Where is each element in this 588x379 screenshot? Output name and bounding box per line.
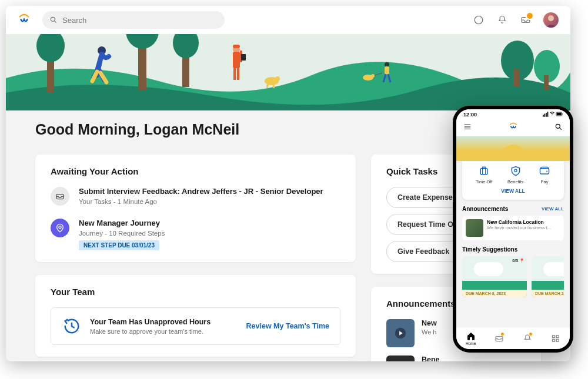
phone-status-bar: 12:00	[456, 109, 570, 120]
search-input[interactable]: Search	[42, 11, 225, 29]
action-title: Submit Interview Feedback: Andrew Jeffer…	[79, 187, 340, 196]
home-icon	[466, 331, 476, 341]
svg-line-1	[55, 21, 56, 23]
nav-home[interactable]: Home	[466, 331, 476, 346]
team-alert: Your Team Has Unapproved Hours Make sure…	[51, 307, 340, 345]
svg-rect-20	[233, 52, 240, 68]
svg-rect-51	[480, 169, 487, 175]
alert-title: Your Team Has Unapproved Hours	[90, 318, 238, 326]
nav-label: Home	[466, 341, 476, 346]
phone-signal-icon	[543, 112, 563, 118]
inbox-badge	[526, 12, 534, 20]
phone-ann-item-sub: We have moved our business t...	[487, 225, 551, 230]
phone-announcement[interactable]: New California Location We have moved ou…	[462, 216, 564, 240]
approve-time-icon	[62, 316, 82, 336]
sugg-due: DUE MARCH 22,	[532, 290, 564, 297]
ann-thumb	[466, 219, 483, 237]
nav-inbox[interactable]	[495, 334, 504, 343]
action-sub: Journey - 10 Required Steps	[79, 230, 340, 237]
phone-hero	[456, 136, 570, 161]
awaiting-title: Awaiting Your Action	[51, 166, 340, 176]
shield-icon	[510, 165, 522, 177]
view-all-link[interactable]: VIEW ALL	[468, 188, 558, 194]
workday-logo-mobile	[509, 122, 518, 134]
alert-sub: Make sure to approve your team's time.	[90, 328, 238, 335]
svg-rect-60	[556, 335, 559, 337]
action-item[interactable]: New Manager Journey Journey - 10 Require…	[51, 219, 340, 250]
search-placeholder: Search	[62, 16, 86, 25]
phone-greeting-card: Good Morning, Logan Time Off Benefits Pa…	[462, 161, 564, 200]
awaiting-action-card: Awaiting Your Action Submit Interview Fe…	[35, 155, 356, 262]
announcement-item[interactable]: Bene Here	[386, 355, 526, 361]
action-item[interactable]: Submit Interview Feedback: Andrew Jeffer…	[51, 187, 340, 206]
inbox-icon[interactable]	[520, 14, 532, 26]
svg-rect-41	[546, 112, 547, 116]
app-label: Benefits	[507, 179, 523, 185]
svg-rect-61	[553, 339, 555, 341]
svg-rect-45	[562, 113, 563, 115]
pay-app[interactable]: Pay	[539, 165, 550, 185]
app-label: Time Off	[476, 179, 492, 185]
svg-rect-42	[547, 112, 549, 117]
svg-point-0	[51, 17, 55, 21]
journey-icon	[51, 219, 69, 237]
suitcase-icon	[478, 165, 490, 177]
menu-icon[interactable]	[463, 123, 472, 133]
svg-rect-62	[556, 339, 559, 341]
video-thumb	[386, 319, 415, 347]
search-icon	[49, 16, 58, 24]
nav-badge	[501, 333, 504, 336]
chat-icon[interactable]	[473, 14, 485, 26]
svg-line-27	[267, 83, 268, 88]
workday-logo[interactable]	[18, 14, 31, 26]
svg-line-28	[273, 83, 274, 88]
svg-rect-19	[233, 45, 240, 48]
phone-ann-title: Announcements	[462, 206, 508, 212]
phone-ann-item-title: New California Location	[487, 219, 551, 225]
search-icon[interactable]	[554, 123, 563, 133]
benefits-app[interactable]: Benefits	[507, 165, 523, 185]
svg-rect-22	[237, 67, 239, 80]
svg-point-4	[548, 15, 554, 21]
svg-rect-21	[233, 67, 236, 80]
action-sub: Your Tasks - 1 Minute Ago	[79, 198, 340, 205]
svg-rect-59	[553, 335, 555, 337]
time-off-app[interactable]: Time Off	[476, 165, 492, 185]
svg-rect-30	[385, 66, 389, 75]
phone-top-bar	[456, 120, 570, 136]
svg-rect-44	[557, 112, 562, 115]
suggestion-card[interactable]: DUE MARCH 22,	[532, 256, 564, 297]
notifications-icon[interactable]	[496, 14, 508, 26]
hero-banner	[6, 34, 570, 110]
svg-rect-56	[540, 169, 549, 174]
user-avatar[interactable]	[543, 12, 559, 28]
mobile-preview: 12:00 Good Morning, Logan Time Off	[453, 106, 573, 353]
review-time-link[interactable]: Review My Team's Time	[246, 322, 329, 330]
nav-badge	[529, 333, 532, 336]
svg-rect-40	[544, 113, 546, 116]
nav-apps[interactable]	[551, 334, 560, 343]
wallet-icon	[539, 165, 550, 177]
svg-point-29	[385, 62, 389, 67]
nav-notifications[interactable]	[523, 334, 532, 343]
svg-rect-52	[483, 167, 486, 169]
svg-rect-39	[543, 115, 544, 116]
sugg-progress: 0/3 📍	[512, 259, 524, 263]
svg-point-2	[475, 16, 483, 24]
phone-ann-viewall[interactable]: VIEW ALL	[542, 206, 564, 212]
phone-time: 12:00	[463, 112, 477, 118]
grid-icon	[551, 334, 560, 343]
svg-point-57	[546, 170, 547, 172]
svg-point-37	[59, 226, 61, 229]
svg-point-49	[556, 124, 560, 128]
sugg-due: DUE MARCH 8, 2023	[462, 290, 527, 297]
top-bar: Search	[6, 6, 570, 34]
svg-rect-14	[514, 69, 520, 87]
svg-point-35	[371, 74, 375, 78]
suggestion-card[interactable]: 0/3 📍 DUE MARCH 8, 2023	[462, 256, 527, 297]
svg-rect-24	[241, 54, 246, 61]
due-badge: NEXT STEP DUE 03/01/23	[79, 240, 159, 250]
app-label: Pay	[541, 179, 549, 185]
svg-point-26	[275, 76, 280, 81]
svg-line-50	[560, 128, 562, 130]
